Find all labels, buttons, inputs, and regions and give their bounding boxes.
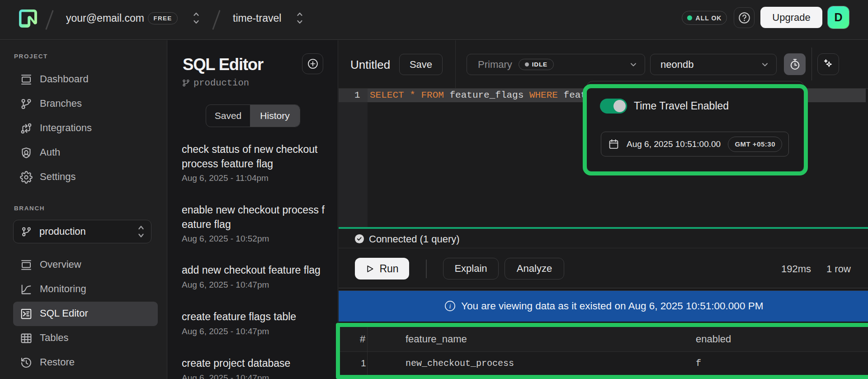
svg-text:i: i: [449, 303, 451, 310]
